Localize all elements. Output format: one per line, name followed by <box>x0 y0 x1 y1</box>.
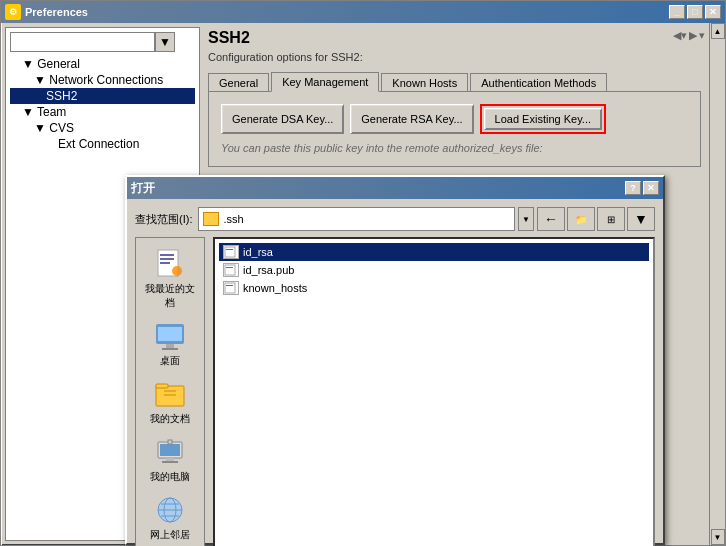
key-buttons-row: Generate DSA Key... Generate RSA Key... … <box>221 104 688 134</box>
tab-key-management[interactable]: Key Management <box>271 72 379 92</box>
location-select[interactable]: .ssh <box>198 207 515 231</box>
view-btn[interactable]: ⊞ <box>597 207 625 231</box>
section-title: SSH2 <box>208 29 701 47</box>
svg-rect-23 <box>225 247 235 257</box>
new-folder-btn[interactable]: 📁 <box>567 207 595 231</box>
svg-rect-2 <box>160 258 174 260</box>
file-item-known-hosts[interactable]: known_hosts <box>219 279 649 297</box>
load-existing-wrapper: Load Existing Key... <box>480 104 606 134</box>
nav-arrows: ◀▾ ▶ ▾ <box>673 29 705 42</box>
svg-rect-4 <box>172 266 182 276</box>
my-computer-icon <box>154 436 186 468</box>
tree-item-team[interactable]: ▼ Team <box>10 104 195 120</box>
tab-authentication-methods[interactable]: Authentication Methods <box>470 73 607 92</box>
open-dialog: 打开 ? ✕ 查找范围(I): .ssh ▼ ← 📁 ⊞ ▼ <box>125 175 665 545</box>
scrollbar-up-button[interactable]: ▲ <box>711 23 725 39</box>
location-dropdown-arrow[interactable]: ▼ <box>518 207 534 231</box>
svg-rect-6 <box>166 344 174 348</box>
svg-rect-25 <box>225 265 235 275</box>
svg-rect-1 <box>160 254 174 256</box>
tree-item-cvs[interactable]: ▼ CVS <box>10 120 195 136</box>
recent-docs-label: 我最近的文档 <box>144 282 196 310</box>
file-icon-pub <box>223 263 239 277</box>
section-subtitle: Configuration options for SSH2: <box>208 51 701 63</box>
nav-back-btn[interactable]: ← <box>537 207 565 231</box>
svg-rect-15 <box>166 458 174 461</box>
tab-known-hosts[interactable]: Known Hosts <box>381 73 468 92</box>
maximize-button[interactable]: □ <box>687 5 703 19</box>
dialog-body: 查找范围(I): .ssh ▼ ← 📁 ⊞ ▼ <box>127 199 663 543</box>
svg-rect-10 <box>156 384 168 388</box>
tab-general[interactable]: General <box>208 73 269 92</box>
my-docs-label: 我的文档 <box>150 412 190 426</box>
dialog-close-button[interactable]: ✕ <box>643 181 659 195</box>
load-existing-button[interactable]: Load Existing Key... <box>484 108 602 130</box>
svg-rect-12 <box>164 394 176 396</box>
right-scrollbar: ▲ ▼ <box>709 23 725 545</box>
view-dropdown-btn[interactable]: ▼ <box>627 207 655 231</box>
dialog-help-button[interactable]: ? <box>625 181 641 195</box>
location-row: 查找范围(I): .ssh ▼ ← 📁 ⊞ ▼ <box>135 207 655 231</box>
nav-back-icon[interactable]: ◀▾ <box>673 29 687 42</box>
title-bar-buttons: _ □ ✕ <box>669 5 721 19</box>
tree-item-network-connections[interactable]: ▼ Network Connections <box>10 72 195 88</box>
location-label: 查找范围(I): <box>135 212 192 227</box>
sidebar-my-docs[interactable]: 我的文档 <box>140 374 200 430</box>
dialog-title: 打开 <box>131 180 155 197</box>
tabs-container: General Key Management Known Hosts Authe… <box>208 71 701 91</box>
tree-item-ssh2[interactable]: SSH2 <box>10 88 195 104</box>
desktop-label: 桌面 <box>160 354 180 368</box>
svg-rect-16 <box>162 461 178 463</box>
sidebar-my-computer[interactable]: 我的电脑 <box>140 432 200 488</box>
file-icon <box>223 245 239 259</box>
file-item-id-rsa-pub[interactable]: id_rsa.pub <box>219 261 649 279</box>
sidebar-desktop[interactable]: 桌面 <box>140 316 200 372</box>
tab-content: Generate DSA Key... Generate RSA Key... … <box>208 91 701 167</box>
toolbar-buttons: ← 📁 ⊞ ▼ <box>537 207 655 231</box>
tree-search-input[interactable]: ssh2 <box>10 32 155 52</box>
network-label: 网上邻居 <box>150 528 190 542</box>
svg-rect-26 <box>226 267 233 268</box>
svg-rect-27 <box>225 283 235 293</box>
svg-rect-3 <box>160 262 170 264</box>
file-icon-known-hosts <box>223 281 239 295</box>
desktop-icon <box>154 320 186 352</box>
tree-search-row: ssh2 ▼ <box>10 32 195 52</box>
svg-rect-28 <box>226 285 233 286</box>
svg-rect-14 <box>160 444 180 456</box>
my-docs-icon <box>154 378 186 410</box>
window-title: Preferences <box>25 6 88 18</box>
file-list: id_rsa id_rsa.pub <box>213 237 655 546</box>
folder-icon <box>203 212 219 226</box>
tree-item-general[interactable]: ▼ General <box>10 56 195 72</box>
svg-rect-24 <box>226 249 233 250</box>
title-bar: ⚙ Preferences _ □ ✕ <box>1 1 725 23</box>
location-bar: .ssh ▼ ← 📁 ⊞ ▼ <box>198 207 655 231</box>
recent-docs-icon <box>154 248 186 280</box>
nav-forward-icon[interactable]: ▶ <box>689 29 697 42</box>
file-item-id-rsa[interactable]: id_rsa <box>219 243 649 261</box>
svg-rect-11 <box>164 390 176 392</box>
my-computer-label: 我的电脑 <box>150 470 190 484</box>
generate-rsa-button[interactable]: Generate RSA Key... <box>350 104 473 134</box>
generate-dsa-button[interactable]: Generate DSA Key... <box>221 104 344 134</box>
tree-item-ext-connection[interactable]: Ext Connection <box>10 136 195 152</box>
nav-dropdown-icon[interactable]: ▾ <box>699 29 705 42</box>
network-icon <box>154 494 186 526</box>
hint-text: You can paste this public key into the r… <box>221 142 688 154</box>
app-icon: ⚙ <box>5 4 21 20</box>
svg-rect-8 <box>158 327 182 341</box>
svg-rect-17 <box>168 440 172 444</box>
minimize-button[interactable]: _ <box>669 5 685 19</box>
tree-search-button[interactable]: ▼ <box>155 32 175 52</box>
icon-sidebar: 我最近的文档 桌面 <box>135 237 205 546</box>
close-button[interactable]: ✕ <box>705 5 721 19</box>
sidebar-recent-docs[interactable]: 我最近的文档 <box>140 244 200 314</box>
scrollbar-down-button[interactable]: ▼ <box>711 529 725 545</box>
svg-rect-7 <box>162 348 178 350</box>
dialog-title-buttons: ? ✕ <box>625 181 659 195</box>
sidebar-network[interactable]: 网上邻居 <box>140 490 200 546</box>
file-area: 我最近的文档 桌面 <box>135 237 655 546</box>
dialog-title-bar: 打开 ? ✕ <box>127 177 663 199</box>
